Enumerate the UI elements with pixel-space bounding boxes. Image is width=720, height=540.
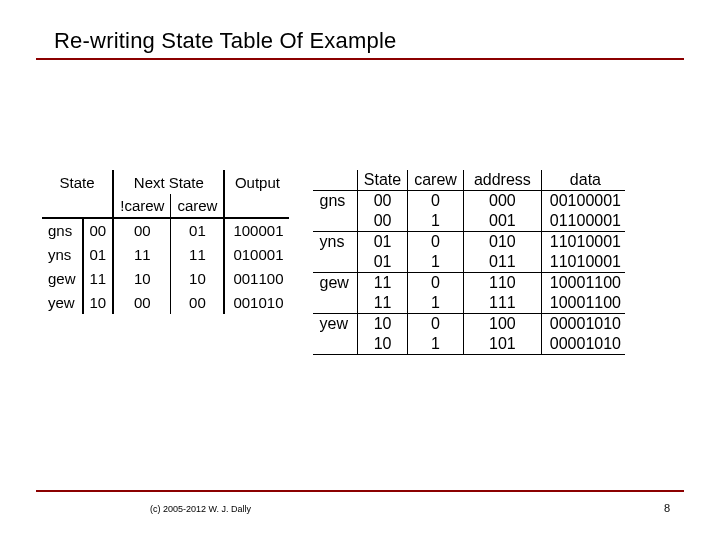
table-row: 00 1 001 01100001 bbox=[313, 211, 625, 232]
col-next-state: Next State bbox=[113, 170, 224, 194]
table-header-row: State Next State Output bbox=[42, 170, 289, 194]
table-row: yns 01 0 010 11010001 bbox=[313, 232, 625, 253]
table-row: 01 1 011 11010001 bbox=[313, 252, 625, 273]
cell-address: 100 bbox=[463, 314, 541, 335]
cell-address: 110 bbox=[463, 273, 541, 294]
cell-data: 01100001 bbox=[541, 211, 625, 232]
content-area: State Next State Output !carew carew gns… bbox=[36, 170, 684, 355]
cell-carew: 0 bbox=[408, 232, 464, 253]
page-title: Re-writing State Table Of Example bbox=[54, 28, 684, 54]
cell-name bbox=[313, 293, 357, 314]
cell-carew: 11 bbox=[171, 242, 225, 266]
cell-name: gns bbox=[313, 191, 357, 212]
col-not-carew: !carew bbox=[113, 194, 171, 218]
col-state: State bbox=[357, 170, 407, 191]
cell-data: 11010001 bbox=[541, 252, 625, 273]
cell-name bbox=[313, 252, 357, 273]
page-number: 8 bbox=[664, 502, 670, 514]
footer-divider bbox=[36, 490, 684, 492]
cell-code: 00 bbox=[83, 218, 114, 242]
cell-state: 10 bbox=[357, 314, 407, 335]
table-header-row: State carew address data bbox=[313, 170, 625, 191]
cell-address: 010 bbox=[463, 232, 541, 253]
cell-carew: 0 bbox=[408, 191, 464, 212]
cell-ncarew: 00 bbox=[113, 218, 171, 242]
state-table-right: State carew address data gns 00 0 000 00… bbox=[313, 170, 625, 355]
state-table-left: State Next State Output !carew carew gns… bbox=[42, 170, 289, 314]
cell-carew: 0 bbox=[408, 273, 464, 294]
cell-data: 00001010 bbox=[541, 314, 625, 335]
blank-header bbox=[224, 194, 289, 218]
table-row: yns 01 11 11 010001 bbox=[42, 242, 289, 266]
table-row: yew 10 0 100 00001010 bbox=[313, 314, 625, 335]
cell-data: 10001100 bbox=[541, 273, 625, 294]
cell-output: 100001 bbox=[224, 218, 289, 242]
cell-ncarew: 00 bbox=[113, 290, 171, 314]
cell-output: 001010 bbox=[224, 290, 289, 314]
cell-ncarew: 11 bbox=[113, 242, 171, 266]
table-row: 10 1 101 00001010 bbox=[313, 334, 625, 355]
cell-name bbox=[313, 334, 357, 355]
cell-state: 01 bbox=[357, 232, 407, 253]
cell-carew: 0 bbox=[408, 314, 464, 335]
cell-name: yns bbox=[42, 242, 83, 266]
cell-state: 10 bbox=[357, 334, 407, 355]
cell-name: gew bbox=[313, 273, 357, 294]
cell-output: 010001 bbox=[224, 242, 289, 266]
cell-name: yew bbox=[42, 290, 83, 314]
copyright-text: (c) 2005-2012 W. J. Dally bbox=[150, 504, 251, 514]
cell-address: 000 bbox=[463, 191, 541, 212]
cell-data: 10001100 bbox=[541, 293, 625, 314]
cell-carew: 01 bbox=[171, 218, 225, 242]
col-state: State bbox=[42, 170, 113, 194]
cell-carew: 1 bbox=[408, 293, 464, 314]
table-row: gew 11 0 110 10001100 bbox=[313, 273, 625, 294]
col-address: address bbox=[463, 170, 541, 191]
cell-carew: 1 bbox=[408, 211, 464, 232]
cell-name: yew bbox=[313, 314, 357, 335]
table-row: yew 10 00 00 001010 bbox=[42, 290, 289, 314]
blank-header bbox=[313, 170, 357, 191]
cell-name: yns bbox=[313, 232, 357, 253]
cell-ncarew: 10 bbox=[113, 266, 171, 290]
col-data: data bbox=[541, 170, 625, 191]
slide: Re-writing State Table Of Example State … bbox=[0, 0, 720, 540]
cell-state: 11 bbox=[357, 273, 407, 294]
cell-name: gew bbox=[42, 266, 83, 290]
cell-code: 11 bbox=[83, 266, 114, 290]
blank-header bbox=[42, 194, 113, 218]
table-row: 11 1 111 10001100 bbox=[313, 293, 625, 314]
cell-state: 01 bbox=[357, 252, 407, 273]
table-row: gns 00 00 01 100001 bbox=[42, 218, 289, 242]
cell-state: 00 bbox=[357, 191, 407, 212]
cell-carew: 1 bbox=[408, 252, 464, 273]
col-output: Output bbox=[224, 170, 289, 194]
cell-data: 11010001 bbox=[541, 232, 625, 253]
cell-address: 101 bbox=[463, 334, 541, 355]
table-row: gew 11 10 10 001100 bbox=[42, 266, 289, 290]
title-underline: Re-writing State Table Of Example bbox=[36, 28, 684, 60]
cell-carew: 1 bbox=[408, 334, 464, 355]
cell-code: 10 bbox=[83, 290, 114, 314]
cell-address: 011 bbox=[463, 252, 541, 273]
table-row: gns 00 0 000 00100001 bbox=[313, 191, 625, 212]
cell-address: 001 bbox=[463, 211, 541, 232]
cell-output: 001100 bbox=[224, 266, 289, 290]
cell-name bbox=[313, 211, 357, 232]
table-subheader-row: !carew carew bbox=[42, 194, 289, 218]
col-carew: carew bbox=[171, 194, 225, 218]
cell-code: 01 bbox=[83, 242, 114, 266]
cell-carew: 00 bbox=[171, 290, 225, 314]
col-carew: carew bbox=[408, 170, 464, 191]
cell-carew: 10 bbox=[171, 266, 225, 290]
cell-name: gns bbox=[42, 218, 83, 242]
cell-data: 00100001 bbox=[541, 191, 625, 212]
cell-state: 11 bbox=[357, 293, 407, 314]
cell-state: 00 bbox=[357, 211, 407, 232]
cell-address: 111 bbox=[463, 293, 541, 314]
cell-data: 00001010 bbox=[541, 334, 625, 355]
